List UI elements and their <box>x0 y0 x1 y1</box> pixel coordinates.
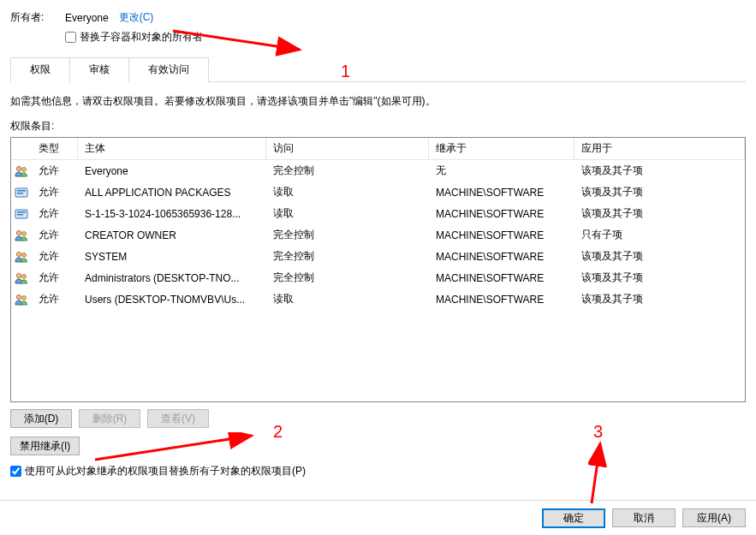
cell-apply: 该项及其子项 <box>574 162 745 180</box>
cell-principal: S-1-15-3-1024-1065365936-128... <box>78 206 266 222</box>
svg-point-14 <box>16 294 21 299</box>
col-type[interactable]: 类型 <box>32 138 78 159</box>
replace-owner-checkbox[interactable] <box>65 32 76 43</box>
owner-label: 所有者: <box>10 10 65 25</box>
col-apply[interactable]: 应用于 <box>574 138 745 159</box>
table-row[interactable]: 允许ALL APPLICATION PACKAGES读取MACHINE\SOFT… <box>11 181 745 203</box>
col-access[interactable]: 访问 <box>266 138 429 159</box>
replace-perms-label: 使用可从此对象继承的权限项目替换所有子对象的权限项目(P) <box>25 464 306 479</box>
users-icon <box>11 164 32 178</box>
col-principal[interactable]: 主体 <box>78 138 266 159</box>
cell-type: 允许 <box>32 162 78 180</box>
cell-principal: SYSTEM <box>78 249 266 265</box>
cell-access: 完全控制 <box>266 162 429 180</box>
cell-principal: Everyone <box>78 163 266 179</box>
cell-principal: Users (DESKTOP-TNOMVBV\Us... <box>78 292 266 307</box>
ok-button[interactable]: 确定 <box>542 508 605 528</box>
svg-point-8 <box>16 230 21 235</box>
cell-apply: 该项及其子项 <box>574 183 745 201</box>
svg-rect-6 <box>17 211 26 213</box>
cell-inherit: MACHINE\SOFTWARE <box>429 206 574 222</box>
cell-inherit: MACHINE\SOFTWARE <box>429 292 574 307</box>
cell-access: 完全控制 <box>266 226 429 244</box>
cell-access: 读取 <box>266 290 429 308</box>
view-button: 查看(V) <box>147 409 209 428</box>
cell-type: 允许 <box>32 290 78 308</box>
users-icon <box>11 271 32 285</box>
cell-principal: CREATOR OWNER <box>78 228 266 243</box>
svg-point-10 <box>16 252 21 256</box>
table-row[interactable]: 允许Users (DESKTOP-TNOMVBV\Us...读取MACHINE\… <box>11 288 745 310</box>
tab-auditing[interactable]: 审核 <box>69 57 129 82</box>
svg-rect-7 <box>17 214 23 216</box>
package-icon <box>11 207 32 221</box>
cell-type: 允许 <box>32 205 78 223</box>
cell-inherit: MACHINE\SOFTWARE <box>429 270 574 286</box>
info-text: 如需其他信息，请双击权限项目。若要修改权限项目，请选择该项目并单击"编辑"(如果… <box>10 94 746 109</box>
cell-inherit: MACHINE\SOFTWARE <box>429 228 574 243</box>
owner-value: Everyone <box>65 12 109 24</box>
users-icon <box>11 229 32 242</box>
cell-access: 完全控制 <box>266 247 429 265</box>
svg-point-11 <box>22 253 27 257</box>
cell-type: 允许 <box>32 226 78 244</box>
cell-apply: 该项及其子项 <box>574 269 745 287</box>
svg-rect-3 <box>17 190 26 192</box>
svg-point-9 <box>22 231 27 235</box>
table-header: 类型 主体 访问 继承于 应用于 <box>11 138 745 160</box>
table-row[interactable]: 允许Everyone完全控制无该项及其子项 <box>11 160 745 181</box>
cell-type: 允许 <box>32 247 78 265</box>
cell-access: 读取 <box>266 205 429 223</box>
cell-inherit: MACHINE\SOFTWARE <box>429 185 574 200</box>
svg-rect-4 <box>17 193 23 194</box>
package-icon <box>11 186 32 199</box>
cell-inherit: 无 <box>429 162 574 180</box>
tab-permissions[interactable]: 权限 <box>10 57 70 82</box>
table-row[interactable]: 允许CREATOR OWNER完全控制MACHINE\SOFTWARE只有子项 <box>11 224 745 246</box>
disable-inherit-button[interactable]: 禁用继承(I) <box>10 437 80 455</box>
cell-apply: 只有子项 <box>574 226 745 244</box>
tab-effective-access[interactable]: 有效访问 <box>128 57 209 82</box>
tabs: 权限 审核 有效访问 <box>10 56 746 82</box>
users-icon <box>11 293 32 306</box>
cell-inherit: MACHINE\SOFTWARE <box>429 249 574 265</box>
cell-principal: ALL APPLICATION PACKAGES <box>78 185 266 200</box>
cell-type: 允许 <box>32 269 78 287</box>
cell-apply: 该项及其子项 <box>574 205 745 223</box>
owner-change-link[interactable]: 更改(C) <box>119 10 154 25</box>
add-button[interactable]: 添加(D) <box>10 409 72 428</box>
svg-point-13 <box>22 274 27 278</box>
cancel-button[interactable]: 取消 <box>612 508 676 527</box>
permission-table: 类型 主体 访问 继承于 应用于 允许Everyone完全控制无该项及其子项允许… <box>10 137 746 402</box>
cell-access: 完全控制 <box>266 269 429 287</box>
cell-principal: Administrators (DESKTOP-TNO... <box>78 270 266 286</box>
table-row[interactable]: 允许Administrators (DESKTOP-TNO...完全控制MACH… <box>11 267 745 288</box>
divider <box>0 500 756 501</box>
cell-apply: 该项及其子项 <box>574 247 745 265</box>
entries-label: 权限条目: <box>10 119 746 134</box>
svg-point-12 <box>16 273 21 277</box>
remove-button: 删除(R) <box>79 409 140 428</box>
cell-type: 允许 <box>32 183 78 201</box>
svg-point-1 <box>22 167 27 171</box>
replace-perms-checkbox[interactable] <box>10 466 21 477</box>
col-inherit[interactable]: 继承于 <box>429 138 574 159</box>
svg-point-15 <box>22 295 27 300</box>
cell-access: 读取 <box>266 183 429 201</box>
table-row[interactable]: 允许SYSTEM完全控制MACHINE\SOFTWARE该项及其子项 <box>11 246 745 267</box>
apply-button[interactable]: 应用(A) <box>682 508 746 527</box>
replace-owner-label: 替换子容器和对象的所有者 <box>80 30 203 45</box>
table-row[interactable]: 允许S-1-15-3-1024-1065365936-128...读取MACHI… <box>11 203 745 224</box>
svg-point-0 <box>16 166 21 170</box>
users-icon <box>11 250 32 264</box>
cell-apply: 该项及其子项 <box>574 290 745 308</box>
